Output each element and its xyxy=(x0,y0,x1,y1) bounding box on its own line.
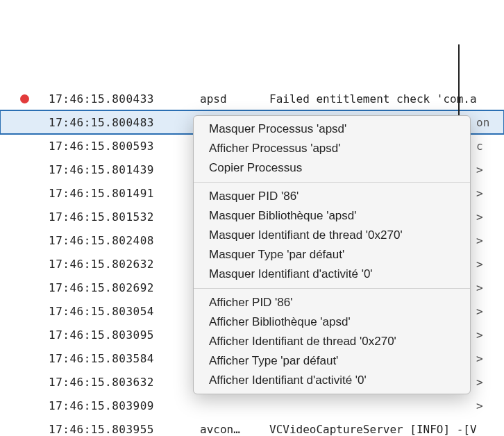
timestamp-cell: 17:46:15.801532 xyxy=(49,210,200,224)
context-menu-item[interactable]: Afficher Type 'par défaut' xyxy=(194,351,470,371)
message-tail-cell: > xyxy=(476,376,504,389)
message-tail-cell: > xyxy=(476,234,504,247)
context-menu-item[interactable]: Afficher Bibliothèque 'apsd' xyxy=(194,312,470,332)
log-row[interactable]: 17:46:15.803955avcon…VCVideoCaptureServe… xyxy=(0,417,504,436)
timestamp-cell: 17:46:15.802632 xyxy=(49,258,200,271)
message-tail-cell: > xyxy=(476,328,504,342)
context-menu-item[interactable]: Afficher PID '86' xyxy=(194,293,470,312)
context-menu-item[interactable]: Masquer Identifiant de thread '0x270' xyxy=(194,226,470,245)
context-menu-item[interactable]: Masquer PID '86' xyxy=(194,187,470,206)
message-tail-cell: > xyxy=(476,305,504,318)
timestamp-cell: 17:46:15.803095 xyxy=(49,328,200,342)
timestamp-cell: 17:46:15.800483 xyxy=(49,116,200,129)
message-cell: Failed entitlement check 'com.a xyxy=(269,92,476,106)
context-menu-item[interactable]: Copier Processus xyxy=(194,158,470,178)
timestamp-cell: 17:46:15.803632 xyxy=(49,376,200,389)
timestamp-cell: 17:46:15.801491 xyxy=(49,187,200,200)
menu-separator xyxy=(194,182,470,183)
timestamp-cell: 17:46:15.800433 xyxy=(49,92,200,106)
process-cell: avcon… xyxy=(200,423,269,436)
menu-separator xyxy=(194,288,470,289)
message-tail-cell: > xyxy=(476,163,504,176)
message-tail-cell: > xyxy=(476,281,504,294)
timestamp-cell: 17:46:15.803054 xyxy=(49,305,200,318)
timestamp-cell: 17:46:15.800593 xyxy=(49,140,200,153)
callout-pointer-line xyxy=(458,44,460,121)
context-menu-item[interactable]: Afficher Identifiant de thread '0x270' xyxy=(194,332,470,351)
message-tail-cell: > xyxy=(476,187,504,200)
message-tail-cell: > xyxy=(476,258,504,271)
context-menu-item[interactable]: Masquer Processus 'apsd' xyxy=(194,119,470,139)
context-menu: Masquer Processus 'apsd'Afficher Process… xyxy=(193,115,471,394)
timestamp-cell: 17:46:15.803955 xyxy=(49,423,200,436)
message-tail-cell: c xyxy=(476,140,504,153)
context-menu-item[interactable]: Afficher Processus 'apsd' xyxy=(194,139,470,158)
message-tail-cell: on xyxy=(476,116,504,129)
log-row[interactable]: 17:46:15.803909> xyxy=(0,394,504,417)
message-tail-cell: > xyxy=(476,399,504,412)
message-tail-cell: > xyxy=(476,352,504,365)
timestamp-cell: 17:46:15.802692 xyxy=(49,281,200,294)
context-menu-item[interactable]: Masquer Bibliothèque 'apsd' xyxy=(194,206,470,226)
timestamp-cell: 17:46:15.802408 xyxy=(49,234,200,247)
log-row[interactable]: 17:46:15.800433apsdFailed entitlement ch… xyxy=(0,87,504,110)
context-menu-item[interactable]: Masquer Type 'par défaut' xyxy=(194,245,470,265)
error-dot-icon xyxy=(20,94,29,103)
message-cell: VCVideoCaptureServer [INFO] -[V xyxy=(269,423,476,436)
message-tail-cell: > xyxy=(476,210,504,224)
timestamp-cell: 17:46:15.803584 xyxy=(49,352,200,365)
timestamp-cell: 17:46:15.803909 xyxy=(49,399,200,412)
context-menu-item[interactable]: Afficher Identifiant d'activité '0' xyxy=(194,371,470,390)
context-menu-item[interactable]: Masquer Identifiant d'activité '0' xyxy=(194,265,470,284)
process-cell: apsd xyxy=(200,92,269,106)
timestamp-cell: 17:46:15.801439 xyxy=(49,163,200,176)
row-marker-cell xyxy=(0,94,49,103)
